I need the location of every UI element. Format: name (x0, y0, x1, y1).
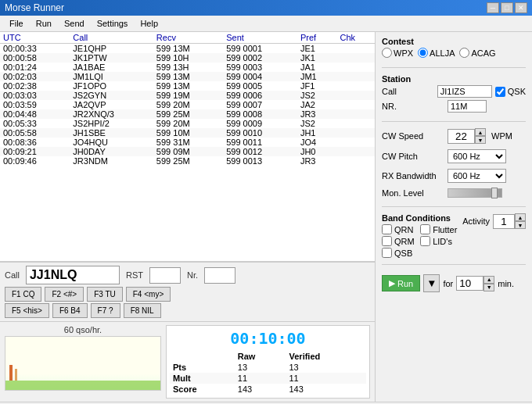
close-button[interactable]: ✕ (515, 2, 527, 13)
f1-cq-button[interactable]: F1 CQ (5, 287, 41, 302)
timer-display: 00:10:00 (170, 329, 366, 348)
cw-speed-up[interactable]: ▲ (475, 128, 486, 136)
f8-nil-button[interactable]: F8 NIL (124, 303, 161, 318)
menu-send[interactable]: Send (58, 17, 91, 30)
for-up[interactable]: ▲ (483, 276, 494, 284)
table-row: 00:00:58JK1PTW599 10H599 0002JK1 (0, 53, 375, 63)
maximize-button[interactable]: □ (501, 2, 513, 13)
col-utc: UTC (0, 32, 70, 44)
activity-input[interactable] (493, 214, 515, 229)
score-row: Pts1313 (170, 362, 366, 373)
col-chk: Chk (337, 32, 375, 44)
col-sent: Sent (223, 32, 297, 44)
cw-speed-row: CW Speed ▲ ▼ WPM (382, 128, 526, 144)
table-row: 00:04:48JR2XNQ/3599 25M599 0008JR3 (0, 109, 375, 119)
activity-up[interactable]: ▲ (515, 213, 526, 221)
qrn-label: QRN (394, 225, 413, 234)
qsk-checkbox[interactable] (495, 87, 505, 97)
flutter-checkbox[interactable] (420, 224, 430, 234)
qsb-checkbox[interactable] (382, 248, 392, 258)
station-section: Station Call QSK NR. (382, 74, 526, 115)
contest-wpx[interactable] (382, 48, 392, 58)
menu-help[interactable]: Help (134, 17, 164, 30)
qsk-label: QSK (508, 87, 526, 96)
contest-allja[interactable] (418, 48, 428, 58)
right-panel: Contest WPX ALLJA ACAG Station (376, 32, 532, 402)
contest-allja-label: ALLJA (430, 48, 455, 58)
score-panel: 00:10:00 Raw Verified Pts1313Mult1111Sco… (166, 325, 370, 399)
menu-run[interactable]: Run (30, 17, 58, 30)
cw-speed-input[interactable] (448, 129, 475, 144)
table-row: 00:08:36JO4HQU599 31M599 0011JO4 (0, 138, 375, 147)
score-row: Mult1111 (170, 373, 366, 384)
contest-acag[interactable] (459, 48, 469, 58)
f5-his-button[interactable]: F5 <his> (5, 303, 49, 318)
f3-tu-button[interactable]: F3 TU (87, 287, 123, 302)
f7-q-button[interactable]: F7 ? (91, 303, 120, 318)
activity-down[interactable]: ▼ (515, 221, 526, 229)
menu-bar: File Run Send Settings Help (0, 16, 532, 32)
menu-settings[interactable]: Settings (91, 17, 135, 30)
rx-bandwidth-row: RX Bandwidth 600 Hz 500 Hz 400 Hz (382, 169, 526, 183)
nr-input[interactable] (204, 267, 235, 284)
cw-speed-label: CW Speed (382, 131, 444, 141)
call-label: Call (5, 270, 20, 280)
qrm-label: QRM (394, 237, 415, 246)
cw-pitch-label: CW Pitch (382, 152, 444, 161)
minimize-button[interactable]: ─ (487, 2, 499, 13)
station-nr-input[interactable] (448, 100, 487, 113)
contest-section: Contest WPX ALLJA ACAG (382, 37, 526, 61)
contest-acag-label: ACAG (471, 48, 495, 58)
rx-bandwidth-label: RX Bandwidth (382, 171, 444, 181)
run-dropdown[interactable]: ▼ (423, 274, 440, 292)
app-title: Morse Runner (5, 2, 64, 13)
title-bar: Morse Runner ─ □ ✕ (0, 0, 532, 16)
col-recv: Recv (153, 32, 223, 44)
score-col-blank (170, 351, 235, 362)
for-label: for (443, 279, 453, 288)
station-call-input[interactable] (437, 85, 492, 98)
band-conditions-section: Band Conditions QRN Flutter QRM (382, 213, 526, 258)
f4-my-button[interactable]: F4 <my> (126, 287, 171, 302)
table-row: 00:01:24JA1BAE599 13H599 0003JA1 (0, 63, 375, 72)
contest-wpx-label: WPX (394, 48, 413, 58)
activity-label: Activity (462, 216, 490, 226)
mon-level-slider[interactable] (448, 188, 502, 198)
cw-speed-unit: WPM (491, 131, 512, 141)
flutter-label: Flutter (433, 225, 457, 234)
run-button[interactable]: Run (382, 275, 420, 291)
table-row: 00:05:58JH1SBE599 10M599 0010JH1 (0, 128, 375, 138)
qso-rate: 60 qso/hr. (5, 325, 161, 334)
log-table: UTC Call Recv Sent Pref Chk 00:00:33JE1Q… (0, 32, 375, 262)
run-row: Run ▼ for ▲ ▼ min. (382, 274, 526, 292)
table-row: 00:03:03JS2GYN599 19M599 0006JS2 (0, 91, 375, 100)
lids-label: LID's (433, 237, 452, 246)
score-col-raw: Raw (235, 351, 286, 362)
activity-section: Activity ▲ ▼ (462, 213, 526, 229)
nr-label: Nr. (187, 270, 198, 280)
qrm-checkbox[interactable] (382, 236, 392, 246)
menu-file[interactable]: File (3, 17, 30, 30)
col-pref: Pref (297, 32, 337, 44)
table-row: 00:09:46JR3NDM599 25M599 0013JR3 (0, 156, 375, 166)
input-panel: Call RST Nr. F1 CQ F2 <#> F3 TU F4 <my> … (0, 262, 375, 321)
f6-b4-button[interactable]: F6 B4 (52, 303, 88, 318)
rst-input[interactable] (149, 267, 181, 284)
contest-label: Contest (382, 37, 526, 46)
table-row: 00:00:33JE1QHP599 13M599 0001JE1 (0, 44, 375, 54)
rst-label: RST (126, 270, 143, 280)
waterfall-display (5, 336, 161, 391)
f2-hash-button[interactable]: F2 <#> (45, 287, 84, 302)
for-down[interactable]: ▼ (483, 284, 494, 291)
rx-bandwidth-select[interactable]: 600 Hz 500 Hz 400 Hz (448, 169, 506, 183)
for-input[interactable] (456, 276, 483, 291)
cw-speed-down[interactable]: ▼ (475, 136, 486, 144)
cw-pitch-select[interactable]: 600 Hz 700 Hz 800 Hz (448, 149, 506, 163)
lids-checkbox[interactable] (420, 236, 430, 246)
cw-pitch-row: CW Pitch 600 Hz 700 Hz 800 Hz (382, 149, 526, 163)
contest-radio-group: WPX ALLJA ACAG (382, 48, 526, 58)
bottom-section: 60 qso/hr. 00:10:00 Raw (0, 321, 375, 402)
mon-level-row: Mon. Level (382, 188, 526, 198)
call-input[interactable] (26, 266, 120, 284)
qrn-checkbox[interactable] (382, 224, 392, 234)
